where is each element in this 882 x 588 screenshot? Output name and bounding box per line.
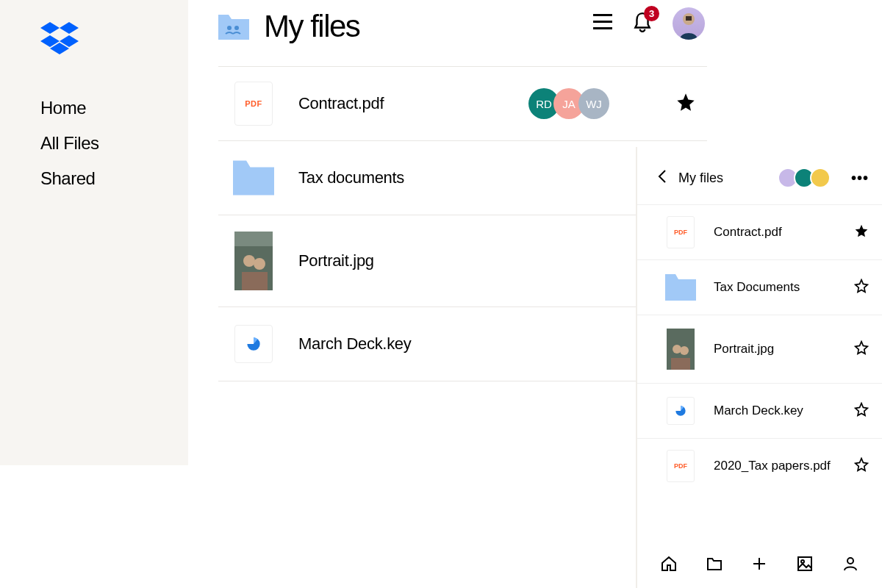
file-list: PDF Contract.pdf RD JA WJ Tax documents — [218, 66, 707, 381]
file-name: Portrait.jpg — [714, 342, 854, 356]
file-row[interactable]: Portrait.jpg — [637, 315, 882, 383]
star-outline-icon[interactable] — [854, 402, 869, 420]
pdf-label: PDF — [245, 99, 262, 108]
file-row[interactable]: Tax documents — [218, 140, 707, 215]
svg-point-18 — [847, 558, 853, 564]
shared-avatars[interactable]: RD JA WJ — [528, 88, 609, 119]
tab-home-icon[interactable] — [660, 555, 678, 576]
pdf-icon: PDF — [233, 83, 274, 124]
tab-account-icon[interactable] — [842, 555, 859, 576]
pdf-icon: PDF — [665, 217, 696, 248]
svg-point-17 — [801, 560, 804, 563]
svg-rect-9 — [593, 27, 612, 29]
svg-point-13 — [673, 345, 681, 354]
shared-folder-icon — [218, 13, 249, 40]
file-row[interactable]: PDF Contract.pdf — [637, 204, 882, 259]
tab-files-icon[interactable] — [706, 555, 723, 576]
svg-rect-3 — [234, 232, 273, 246]
header-actions: 3 — [593, 7, 705, 40]
image-thumbnail — [233, 232, 274, 290]
file-name: Contract.pdf — [714, 225, 854, 240]
main-content: My files PDF Contract.pdf RD JA WJ — [218, 0, 707, 381]
file-name: March Deck.key — [714, 404, 854, 418]
sidebar-item-shared[interactable]: Shared — [40, 168, 188, 189]
file-row[interactable]: PDF 2020_Tax papers.pdf — [637, 438, 882, 493]
menu-icon[interactable] — [593, 14, 612, 33]
svg-rect-7 — [593, 14, 612, 16]
mobile-header: My files ••• — [637, 147, 882, 204]
keynote-icon — [233, 323, 274, 365]
file-row[interactable]: PDF Contract.pdf RD JA WJ — [218, 66, 707, 140]
back-icon[interactable] — [658, 169, 667, 187]
dropbox-logo[interactable] — [40, 22, 188, 57]
star-outline-icon[interactable] — [854, 279, 869, 296]
folder-icon — [665, 272, 696, 303]
mobile-title: My files — [678, 171, 766, 186]
svg-rect-16 — [798, 557, 811, 570]
mobile-shared-avatars[interactable] — [778, 168, 831, 188]
more-icon[interactable]: ••• — [851, 170, 869, 187]
svg-rect-8 — [593, 21, 612, 23]
notification-badge: 3 — [644, 6, 659, 21]
file-row[interactable]: March Deck.key — [637, 383, 882, 438]
svg-rect-11 — [686, 16, 692, 21]
image-thumbnail — [665, 327, 696, 371]
file-row[interactable]: Tax Documents — [637, 259, 882, 315]
file-name: Contract.pdf — [298, 94, 528, 113]
svg-point-0 — [227, 26, 232, 30]
tab-add-icon[interactable] — [750, 555, 768, 576]
mobile-panel: My files ••• PDF Contract.pdf Tax Docume… — [636, 147, 882, 588]
svg-point-1 — [234, 26, 239, 30]
keynote-icon — [665, 395, 696, 426]
avatar: WJ — [578, 88, 609, 119]
svg-rect-6 — [242, 272, 268, 290]
file-row[interactable]: Portrait.jpg — [218, 215, 707, 306]
sidebar-item-all-files[interactable]: All Files — [40, 133, 188, 154]
mobile-tabbar — [637, 542, 882, 588]
file-row[interactable]: March Deck.key — [218, 306, 707, 381]
star-outline-icon[interactable] — [854, 457, 869, 475]
user-avatar[interactable] — [673, 7, 705, 40]
file-name: 2020_Tax papers.pdf — [714, 459, 854, 473]
file-name: Tax Documents — [714, 280, 854, 295]
svg-rect-15 — [671, 358, 690, 370]
star-filled-icon[interactable] — [675, 92, 696, 115]
star-outline-icon[interactable] — [854, 340, 869, 358]
pdf-icon: PDF — [665, 451, 696, 481]
svg-point-14 — [680, 346, 689, 355]
avatar — [810, 168, 831, 188]
page-title: My files — [264, 9, 359, 44]
sidebar: Home All Files Shared — [0, 0, 188, 465]
star-filled-icon[interactable] — [854, 223, 869, 241]
sidebar-item-home[interactable]: Home — [40, 98, 188, 118]
folder-icon — [233, 157, 274, 198]
svg-point-5 — [254, 258, 265, 270]
notifications-button[interactable]: 3 — [633, 12, 652, 35]
mobile-file-list: PDF Contract.pdf Tax Documents Portrait.… — [637, 204, 882, 493]
tab-photos-icon[interactable] — [796, 555, 814, 576]
svg-point-4 — [243, 255, 255, 267]
